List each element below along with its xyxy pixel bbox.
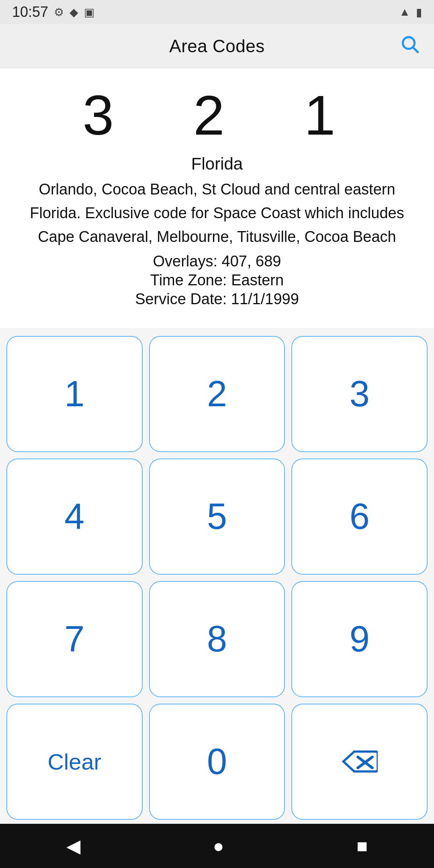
- status-bar: 10:57 ⚙ ◆ ▣ ▲ ▮: [0, 0, 434, 24]
- area-code-display: 3 2 1: [12, 84, 422, 146]
- app-title: Area Codes: [169, 36, 264, 56]
- overlays-text: Overlays: 407, 689: [12, 253, 422, 270]
- backspace-icon: [342, 747, 378, 776]
- state-name: Florida: [12, 154, 422, 174]
- settings-icon: ⚙: [54, 6, 64, 19]
- status-right: ▲ ▮: [399, 6, 422, 19]
- shield-icon: ◆: [70, 6, 78, 19]
- info-section: 3 2 1 Florida Orlando, Cocoa Beach, St C…: [0, 68, 434, 328]
- key-1[interactable]: 1: [6, 336, 143, 452]
- digit-2: 2: [193, 84, 241, 147]
- signal-icon: ▲: [399, 6, 410, 18]
- status-left: 10:57 ⚙ ◆ ▣: [12, 4, 94, 20]
- app-bar: Area Codes: [0, 24, 434, 68]
- home-button[interactable]: ●: [197, 831, 240, 861]
- status-time: 10:57: [12, 4, 48, 20]
- service-date-text: Service Date: 11/1/1999: [12, 291, 422, 308]
- key-8[interactable]: 8: [149, 581, 285, 697]
- key-5[interactable]: 5: [149, 459, 285, 575]
- key-0[interactable]: 0: [149, 704, 285, 820]
- svg-line-1: [413, 47, 418, 52]
- key-backspace[interactable]: [291, 704, 428, 820]
- key-clear[interactable]: Clear: [6, 704, 143, 820]
- sim-icon: ▣: [84, 6, 94, 19]
- key-3[interactable]: 3: [291, 336, 428, 452]
- back-button[interactable]: ◀: [50, 831, 96, 861]
- key-4[interactable]: 4: [6, 459, 143, 575]
- recent-button[interactable]: ■: [340, 831, 384, 861]
- key-6[interactable]: 6: [291, 459, 428, 575]
- timezone-text: Time Zone: Eastern: [12, 272, 422, 289]
- digit-3: 1: [304, 84, 352, 147]
- search-icon[interactable]: [399, 34, 420, 59]
- key-9[interactable]: 9: [291, 581, 428, 697]
- keypad: 1 2 3 4 5 6 7 8 9 Clear 0: [0, 328, 434, 824]
- area-description: Orlando, Cocoa Beach, St Cloud and centr…: [12, 178, 422, 249]
- key-2[interactable]: 2: [149, 336, 285, 452]
- digit-1: 3: [82, 84, 130, 147]
- nav-bar: ◀ ● ■: [0, 824, 434, 868]
- battery-icon: ▮: [416, 6, 422, 19]
- key-7[interactable]: 7: [6, 581, 143, 697]
